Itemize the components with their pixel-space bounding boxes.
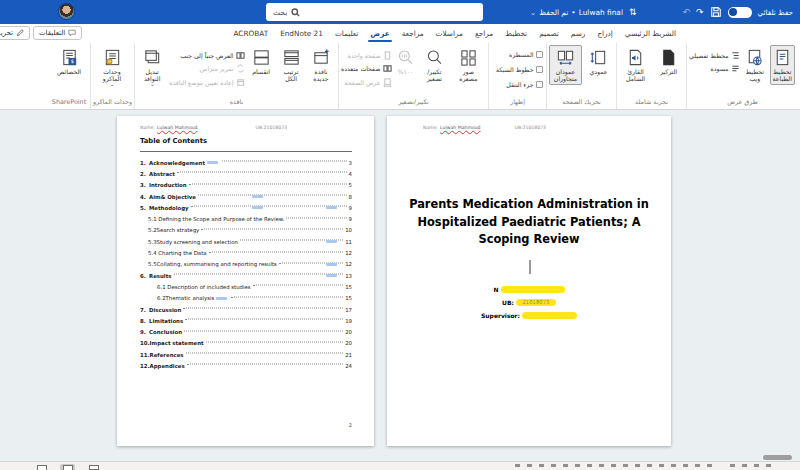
- toc-page-number: 12: [345, 261, 352, 267]
- arrange-all-button[interactable]: ترتيب الكل: [277, 45, 305, 85]
- toc-page-number: 5: [349, 182, 352, 188]
- toc-leader-dots: [189, 183, 347, 184]
- macros-button[interactable]: وحدات الماكرو ⌄: [93, 45, 131, 90]
- ribbon-group-immersive: التركيز القارئ الشامل تجربة شاملة: [616, 43, 686, 109]
- document-canvas: Name: Lulwah Mahmoud UB:21018073 Table o…: [0, 110, 800, 461]
- properties-button[interactable]: $ الخصائص: [51, 45, 87, 78]
- page-number: 2: [349, 422, 352, 428]
- group-label-views: طرق عرض: [687, 97, 798, 108]
- one-page-button[interactable]: صفحة واحدة: [341, 49, 392, 61]
- save-icon[interactable]: [710, 6, 722, 18]
- toc-entry: 9. Conclusion 20: [140, 326, 352, 337]
- undo-icon[interactable]: ↶: [683, 0, 691, 24]
- draft-icon: [731, 64, 740, 73]
- ribbon-tab[interactable]: تصميم: [533, 24, 565, 42]
- group-label-macros: وحدات الماكرو: [91, 97, 134, 108]
- web-layout-button[interactable]: تخطيط ويب: [742, 45, 767, 85]
- ruler-checkbox[interactable]: المسطرة: [509, 48, 543, 60]
- toc-entry: 5.4 Charting the Data 12: [140, 247, 352, 258]
- zoom-100-button[interactable]: ١٠٠%: [394, 45, 417, 78]
- ribbon-tab[interactable]: إدراج: [591, 24, 619, 42]
- avatar[interactable]: [58, 3, 75, 20]
- draft-button[interactable]: مسودة: [689, 63, 740, 75]
- synchronous-scrolling-button[interactable]: تمرير متزامن: [169, 63, 245, 75]
- ribbon-group-show: المسطرة خطوط الشبكة جزء التنقل إظهار: [488, 43, 546, 109]
- print-layout-view-button[interactable]: [60, 464, 75, 470]
- toc-leader-dots: [201, 228, 343, 229]
- comments-button[interactable]: التعليقات: [33, 26, 82, 40]
- document-main-title: Parents Medication Administration in Hos…: [397, 196, 661, 249]
- comment-mark: [252, 195, 263, 198]
- read-mode-button[interactable]: [34, 464, 49, 470]
- ribbon-tab[interactable]: مراجع: [469, 24, 499, 42]
- one-page-icon: [383, 51, 392, 60]
- vertical-button[interactable]: عمودي: [584, 45, 613, 78]
- switch-windows-button[interactable]: تبديل النوافذ ⌄: [137, 45, 167, 90]
- page-2-toc[interactable]: Name: Lulwah Mahmoud UB:21018073 Table o…: [117, 116, 374, 446]
- group-label-immersive: تجربة شاملة: [617, 97, 686, 108]
- zoom-button[interactable]: تكبير/تصغير: [419, 45, 450, 85]
- editing-mode-button[interactable]: تحرير: [0, 26, 30, 40]
- toc-leader-dots: [191, 206, 347, 207]
- toc-page-number: 19: [345, 318, 352, 324]
- comment-icon: [68, 29, 76, 37]
- chevron-down-icon: ⌄: [150, 82, 155, 87]
- toc-entry: 11. References 21: [140, 349, 352, 360]
- group-label-show: إظهار: [489, 97, 546, 108]
- thumbnails-button[interactable]: صور مصغرة: [452, 45, 485, 85]
- group-label-window: نافذة: [135, 97, 338, 108]
- checkbox-icon: [536, 81, 543, 88]
- print-layout-button[interactable]: تخطيط الطباعة: [770, 45, 795, 85]
- sync-scroll-icon: [236, 64, 245, 73]
- search-box[interactable]: بحث: [266, 3, 483, 21]
- navigation-pane-checkbox[interactable]: جزء التنقل: [506, 78, 543, 90]
- redo-icon[interactable]: ↷: [696, 0, 704, 24]
- thumbnails-icon: [459, 48, 478, 67]
- reset-window-position-button[interactable]: إعادة تعيين موضع النافذة: [169, 76, 245, 88]
- ribbon-tab[interactable]: ACROBAT: [227, 24, 274, 42]
- multiple-pages-icon: [383, 64, 392, 73]
- toc-entry: 5. Methodology 9: [140, 202, 352, 213]
- vertical-page-icon: [589, 48, 608, 67]
- redacted-highlight: 21018073: [516, 299, 556, 306]
- autosave-toggle[interactable]: [728, 7, 752, 18]
- reset-window-icon: [236, 78, 245, 87]
- zoom-100-icon: [396, 48, 415, 67]
- toc-entry: 1. Acknowledgement 3: [140, 157, 352, 168]
- comment-mark: [326, 274, 337, 277]
- toc-leader-dots: [174, 274, 344, 275]
- toc-page-number: 13: [345, 273, 352, 279]
- page-1-title[interactable]: Name: Lulwah Mahmoud UB:21018073 Parents…: [387, 116, 671, 446]
- ribbon-tab[interactable]: تعليمات: [329, 24, 364, 42]
- ribbon-tab[interactable]: عرض: [364, 24, 395, 42]
- page-width-button[interactable]: عرض الصفحة: [341, 76, 392, 88]
- gridlines-checkbox[interactable]: خطوط الشبكة: [496, 63, 543, 75]
- ribbon-tab-row: الشريط الرئيسيإدراجرسمتصميمتخطيطمراجعمرا…: [0, 24, 800, 42]
- split-button[interactable]: انقسام: [247, 45, 275, 78]
- side-to-side-button[interactable]: عمودان متجاوران: [549, 45, 582, 85]
- print-layout-icon: [773, 48, 792, 67]
- horizontal-scrollbar-thumb[interactable]: [763, 455, 792, 460]
- ribbon-tab[interactable]: مراجعة: [396, 24, 430, 42]
- ub-field: UB:21018073: [387, 299, 671, 312]
- outline-button[interactable]: مخطط تفصيلي: [689, 49, 740, 61]
- ribbon-display-icon[interactable]: ⇅: [629, 0, 637, 24]
- ribbon-tab[interactable]: مراسلات: [430, 24, 469, 42]
- focus-button[interactable]: التركيز: [654, 45, 683, 78]
- toc-leader-dots: [209, 251, 344, 252]
- document-title-group[interactable]: Lulwah final • تم الحفظ ⌄: [530, 8, 623, 17]
- ribbon-tab[interactable]: رسم: [565, 24, 592, 42]
- ribbon-tab[interactable]: تخطيط: [499, 24, 533, 42]
- immersive-reader-button[interactable]: القارئ الشامل: [619, 45, 652, 85]
- web-layout-view-button[interactable]: [86, 464, 101, 470]
- new-window-button[interactable]: نافذة جديدة: [307, 45, 335, 85]
- comment-mark: [326, 206, 337, 209]
- print-layout-icon: [63, 465, 73, 470]
- redacted-highlight: [522, 312, 577, 319]
- view-side-by-side-button[interactable]: العرض جنباً إلى جنب: [169, 49, 245, 61]
- toc-page-number: 20: [345, 340, 352, 346]
- multiple-pages-button[interactable]: صفحات متعددة: [341, 63, 392, 75]
- redacted-highlight: [501, 286, 565, 293]
- ribbon-tab[interactable]: EndNote 21: [274, 24, 329, 42]
- ribbon-tab[interactable]: الشريط الرئيسي: [619, 24, 682, 42]
